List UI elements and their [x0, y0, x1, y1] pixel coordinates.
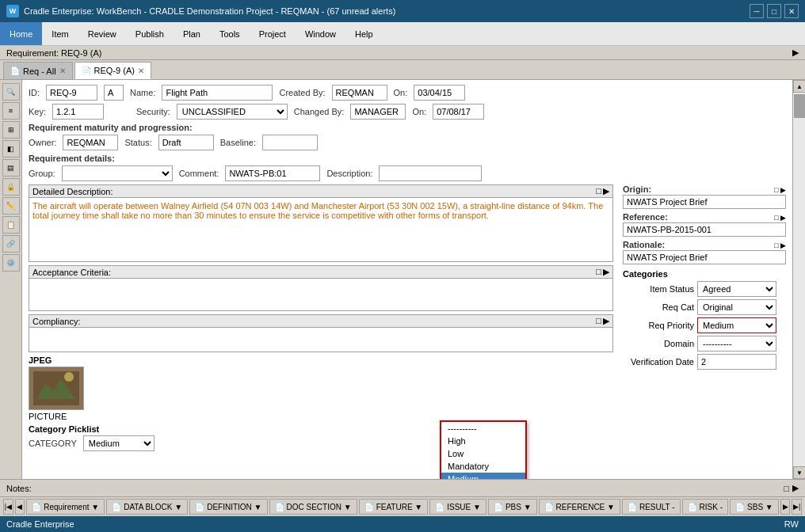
created-on-input[interactable]	[414, 85, 465, 101]
nav-next-button[interactable]: ▶	[780, 499, 791, 515]
sidebar-btn-2[interactable]: ≡	[2, 102, 20, 120]
scroll-up-button[interactable]: ▲	[793, 80, 805, 93]
sidebar-btn-10[interactable]: ⚙️	[2, 254, 20, 272]
requirement-btn[interactable]: 📄 Requirement ▼	[26, 499, 105, 515]
sidebar-btn-3[interactable]: ⊞	[2, 121, 20, 139]
created-by-input[interactable]	[332, 85, 387, 101]
menu-publish[interactable]: Publish	[126, 22, 174, 45]
tab-close-req-all[interactable]: ✕	[59, 66, 66, 75]
risk-btn[interactable]: 📄 RISK -	[682, 499, 728, 515]
tab-req9[interactable]: 📄 REQ-9 (A) ✕	[74, 62, 151, 79]
menu-tools[interactable]: Tools	[210, 22, 250, 45]
sidebar-btn-8[interactable]: 📋	[2, 216, 20, 234]
key-input[interactable]	[52, 104, 104, 120]
pbs-btn[interactable]: 📄 PBS ▼	[488, 499, 537, 515]
description-input[interactable]	[379, 165, 482, 181]
verification-date-input[interactable]	[697, 354, 776, 370]
notes-arrow-icon[interactable]: ▶	[792, 483, 799, 493]
req-priority-select[interactable]: Medium High Low Mandatory TBD	[697, 317, 776, 333]
req-priority-dropdown[interactable]: ---------- High Low Mandatory Medium TBD	[440, 420, 527, 479]
reference-btn[interactable]: 📄 REFERENCE ▼	[539, 499, 620, 515]
nav-last-button[interactable]: ▶|	[792, 499, 802, 515]
baseline-input[interactable]	[262, 135, 318, 150]
menu-item[interactable]: Item	[42, 22, 78, 45]
sidebar-btn-4[interactable]: ◧	[2, 140, 20, 158]
menu-plan[interactable]: Plan	[174, 22, 210, 45]
notes-expand-icon[interactable]: □	[784, 484, 789, 493]
nav-first-button[interactable]: |◀	[3, 499, 13, 515]
details-title: Requirement details:	[29, 154, 786, 163]
arrow-icon-dd[interactable]: ▶	[603, 186, 609, 196]
sidebar-btn-5[interactable]: ▤	[2, 159, 20, 177]
detailed-desc-content: The aircraft will operate between Walney…	[29, 198, 612, 261]
sidebar-btn-9[interactable]: 🔗	[2, 235, 20, 253]
definition-btn[interactable]: 📄 DEFINITION ▼	[189, 499, 267, 515]
maximize-button[interactable]: □	[767, 4, 781, 18]
menu-help[interactable]: Help	[345, 22, 383, 45]
issue-btn[interactable]: 📄 ISSUE ▼	[429, 499, 486, 515]
expand-icon[interactable]: ▶	[792, 48, 799, 58]
arrow-icon-comp[interactable]: ▶	[603, 316, 609, 326]
req-cat-row: Req Cat Original Derived	[623, 299, 786, 315]
id-suffix-input[interactable]	[104, 85, 124, 101]
origin-value: NWATS Project Brief	[623, 195, 786, 209]
security-select[interactable]: UNCLASSIFIED	[177, 104, 288, 120]
acceptance-header: Acceptance Criteria: □ ▶	[29, 266, 612, 279]
menu-review[interactable]: Review	[78, 22, 126, 45]
dd-item-medium[interactable]: Medium	[441, 473, 525, 479]
dd-item-mandatory[interactable]: Mandatory	[441, 460, 525, 473]
sbs-btn[interactable]: 📄 SBS ▼	[730, 499, 779, 515]
minimize-button[interactable]: ─	[750, 4, 764, 18]
req-cat-select[interactable]: Original Derived	[697, 299, 776, 315]
comment-label: Comment:	[179, 169, 219, 178]
doc-section-label: DOC SECTION ▼	[287, 503, 352, 511]
sidebar-btn-6[interactable]: 🔒	[2, 178, 20, 196]
dd-item-low[interactable]: Low	[441, 447, 525, 460]
doc-section-btn[interactable]: 📄 DOC SECTION ▼	[269, 499, 357, 515]
sidebar-btn-7[interactable]: ✏️	[2, 197, 20, 215]
menu-home[interactable]: Home	[0, 22, 42, 45]
domain-label: Domain	[623, 339, 694, 348]
comment-input[interactable]	[225, 165, 320, 181]
compliancy-icons: □ ▶	[596, 316, 609, 326]
result-btn[interactable]: 📄 RESULT -	[622, 499, 681, 515]
category-select[interactable]: Medium High Low	[83, 435, 155, 451]
requirement-header-bar: Requirement: REQ-9 (A) ▶	[0, 46, 805, 60]
compliancy-header: Compliancy: □ ▶	[29, 315, 612, 328]
dd-item-high[interactable]: High	[441, 435, 525, 447]
domain-select[interactable]: ----------	[697, 336, 776, 352]
id-input[interactable]	[46, 85, 97, 101]
status-input[interactable]	[158, 135, 214, 150]
expand-icon-dd[interactable]: □	[596, 186, 601, 196]
menu-window[interactable]: Window	[296, 22, 345, 45]
scroll-down-button[interactable]: ▼	[793, 466, 805, 479]
nav-prev-button[interactable]: ◀	[15, 499, 25, 515]
item-status-select[interactable]: Agreed Proposed	[697, 281, 776, 297]
tab-close-req9[interactable]: ✕	[138, 66, 144, 75]
picture-box[interactable]	[29, 367, 84, 410]
close-button[interactable]: ✕	[784, 4, 799, 18]
tab-req-all[interactable]: 📄 Req - All ✕	[3, 62, 73, 79]
feature-btn[interactable]: 📄 FEATURE ▼	[359, 499, 429, 515]
changed-by-input[interactable]	[350, 104, 406, 120]
arrow-icon-ac[interactable]: ▶	[603, 267, 609, 277]
picture-label: PICTURE	[29, 412, 67, 421]
scrollbar-thumb[interactable]	[794, 94, 805, 118]
menu-project[interactable]: Project	[250, 22, 296, 45]
origin-icons: □ ▶	[774, 186, 786, 194]
dd-item-separator[interactable]: ----------	[441, 422, 525, 435]
expand-icon-ac[interactable]: □	[596, 267, 601, 277]
expand-icon-comp[interactable]: □	[596, 316, 601, 326]
sidebar-btn-1[interactable]: 🔍	[2, 83, 20, 101]
detailed-desc-container: Detailed Description: □ ▶ The aircraft w…	[29, 184, 613, 262]
key-label: Key:	[29, 107, 46, 116]
owner-input[interactable]	[63, 135, 118, 150]
req-icon: 📄	[32, 503, 41, 511]
name-input[interactable]	[162, 85, 273, 101]
group-label: Group:	[29, 169, 55, 178]
tab-icon-req-all: 📄	[10, 66, 20, 75]
scrollbar-track[interactable]	[793, 93, 805, 466]
changed-on-input[interactable]	[433, 104, 484, 120]
data-block-btn[interactable]: 📄 DATA BLOCK ▼	[106, 499, 188, 515]
group-select[interactable]	[62, 165, 173, 181]
